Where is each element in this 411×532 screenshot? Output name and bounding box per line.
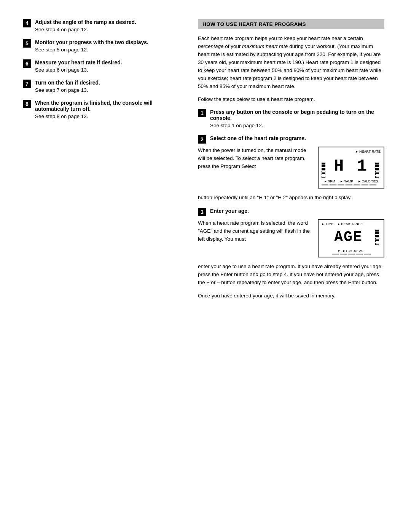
right-step-1: 1 Press any button on the console or beg… [198, 109, 384, 128]
heart-rate-arrow-icon: ► [355, 150, 358, 153]
rpm-arrow-icon: ► [324, 180, 327, 183]
right-column: HOW TO USE HEART RATE PROGRAMS Each hear… [198, 19, 384, 509]
step-5: 5 Monitor your progress with the two dis… [23, 39, 183, 53]
bottom-seg [340, 254, 347, 255]
right-step-3-number: 3 [198, 208, 206, 216]
right-step-3: 3 Enter your age. [198, 208, 384, 216]
right-step-3-content: Enter your age. [210, 208, 384, 216]
bottom-seg [348, 254, 355, 255]
bottom-seg [330, 184, 336, 185]
step-6-sub: See step 6 on page 13. [35, 67, 183, 73]
step-6-content: Measure your heart rate if desired. See … [35, 59, 183, 73]
display-1-calories-label: ► CALORIES [358, 179, 378, 183]
display-2-right-bars [375, 230, 381, 245]
bottom-seg [332, 254, 339, 255]
step-8-sub: See step 8 on page 13. [35, 113, 183, 119]
right-step-2-content: Select one of the heart rate programs. [210, 135, 384, 143]
bar [375, 163, 379, 165]
display-box-2: ► TIME ► RESISTANCE AGE [318, 219, 384, 257]
bar [322, 173, 325, 175]
step-5-sub: See step 5 on page 12. [35, 47, 183, 53]
step-7-content: Turn on the fan if desired. See step 7 o… [35, 80, 183, 93]
right-step-1-number: 1 [198, 109, 206, 117]
display-box-1-wrap: ► HEART RATE [318, 147, 384, 189]
bar [375, 230, 379, 232]
section-header: HOW TO USE HEART RATE PROGRAMS [198, 19, 384, 29]
step-7-title: Turn on the fan if desired. [35, 80, 183, 86]
step-3-body-continuation: enter your age to use a heart rate progr… [198, 263, 384, 287]
step-5-number: 5 [23, 39, 31, 48]
step-4: 4 Adjust the angle of the ramp as desire… [23, 19, 183, 32]
bar [375, 171, 379, 173]
step-4-title: Adjust the angle of the ramp as desired. [35, 19, 183, 25]
bar [375, 168, 379, 170]
resistance-arrow-icon: ► [337, 222, 340, 226]
bar [322, 168, 325, 170]
display-2-top-labels: ► TIME ► RESISTANCE [322, 222, 381, 226]
right-step-2-title: Select one of the heart rate programs. [210, 135, 384, 141]
right-step-1-title: Press any button on the console or begin… [210, 109, 384, 121]
ramp-label-text: RAMP [344, 179, 353, 183]
display-1-rpm-label: ► RPM [324, 179, 335, 183]
step-3-body-text: When a heart rate program is selected, t… [198, 219, 314, 257]
step-7: 7 Turn on the fan if desired. See step 7… [23, 80, 183, 93]
resistance-label-text: RESISTANCE [341, 222, 363, 226]
page: 4 Adjust the angle of the ramp as desire… [0, 0, 411, 532]
step-7-sub: See step 7 on page 13. [35, 87, 183, 93]
right-step-2: 2 Select one of the heart rate programs. [198, 135, 384, 144]
bottom-seg [346, 184, 352, 185]
right-step-1-sub: See step 1 on page 12. [210, 123, 384, 128]
step-6-number: 6 [23, 59, 31, 68]
time-arrow-icon: ► [322, 222, 325, 226]
bar [322, 171, 325, 173]
bar [375, 232, 379, 234]
display-box-1: ► HEART RATE [318, 147, 384, 189]
bar [375, 240, 379, 242]
step-8: 8 When the program is finished, the cons… [23, 100, 183, 119]
display-2-time-label: ► TIME [322, 222, 333, 226]
right-step-3-title: Enter your age. [210, 208, 384, 214]
display-2-digits: AGE [322, 230, 375, 244]
bar [375, 165, 379, 167]
rpm-label-text: RPM [328, 179, 335, 183]
calories-label-text: CALORIES [362, 179, 378, 183]
bar [375, 173, 379, 175]
display-1-digit-text: H 1 [334, 158, 368, 174]
bar [322, 176, 325, 178]
step-4-sub: See step 4 on page 12. [35, 27, 183, 32]
display-1-bottom-line [322, 184, 381, 185]
display-1-ramp-label: ► RAMP [340, 179, 353, 183]
right-step-2-number: 2 [198, 135, 206, 144]
step-3-memory-text: Once you have entered your age, it will … [198, 292, 384, 300]
bottom-seg [338, 184, 344, 185]
intro-text: Each heart rate program helps you to kee… [198, 35, 384, 90]
step-2-body: When the power is turned on, the manual … [198, 147, 384, 189]
total-revs-arrow-icon: ► [338, 249, 341, 253]
left-column: 4 Adjust the angle of the ramp as desire… [23, 19, 183, 509]
bottom-seg [370, 184, 376, 185]
display-box-2-wrap: ► TIME ► RESISTANCE AGE [318, 219, 384, 257]
step-6: 6 Measure your heart rate if desired. Se… [23, 59, 183, 73]
step-2-body-text: When the power is turned on, the manual … [198, 147, 314, 189]
display-1-main: H 1 [322, 154, 381, 178]
step-6-title: Measure your heart rate if desired. [35, 59, 183, 66]
step-5-content: Monitor your progress with the two displ… [35, 39, 183, 53]
bar [375, 243, 379, 245]
display-1-digits: H 1 [328, 154, 374, 178]
bar [322, 163, 325, 165]
display-2-main: AGE [322, 227, 381, 248]
total-revs-label-text: TOTAL REVS. [342, 249, 364, 253]
display-2-bottom-label: ► TOTAL REVS. [322, 249, 381, 253]
follow-text: Follow the steps below to use a heart ra… [198, 96, 384, 104]
ramp-arrow-icon: ► [340, 180, 343, 183]
step-8-number: 8 [23, 100, 31, 108]
step-8-content: When the program is finished, the consol… [35, 100, 183, 119]
bottom-seg [362, 184, 368, 185]
step-7-number: 7 [23, 80, 31, 88]
display-1-right-bars [375, 154, 381, 178]
bottom-seg [364, 254, 371, 255]
display-1-bottom-labels: ► RPM ► RAMP ► CALORIES [322, 179, 381, 183]
calories-arrow-icon: ► [358, 180, 361, 183]
step-5-title: Monitor your progress with the two displ… [35, 39, 183, 45]
step-4-content: Adjust the angle of the ramp as desired.… [35, 19, 183, 32]
